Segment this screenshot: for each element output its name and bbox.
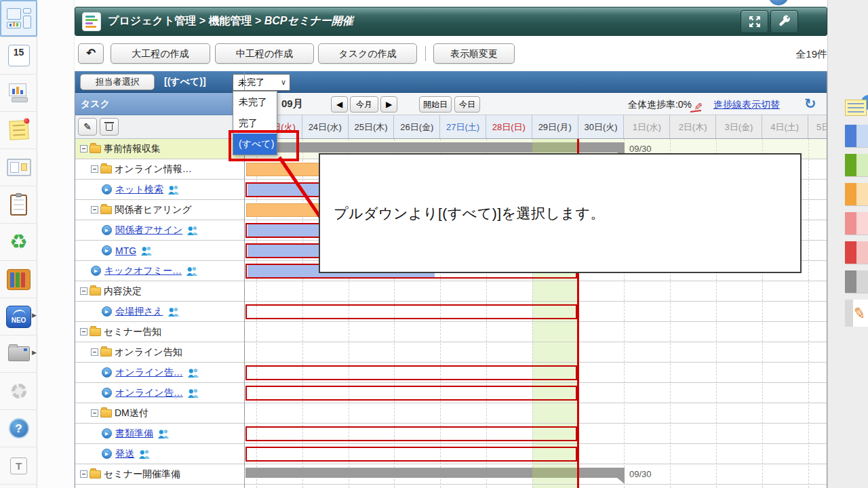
task-row-group: 内容決定 bbox=[75, 281, 244, 302]
task-play-icon[interactable]: ▶ bbox=[102, 388, 112, 398]
status-filter-select[interactable]: 未完了 ∨ bbox=[233, 74, 290, 91]
sidebar-item-memo[interactable] bbox=[0, 112, 37, 149]
gantt-row bbox=[245, 383, 827, 403]
chevron-down-icon: ∨ bbox=[281, 75, 286, 90]
collapse-toggle-icon[interactable] bbox=[91, 348, 98, 356]
gantt-row bbox=[245, 342, 827, 363]
task-row-task: ▶発送 bbox=[75, 444, 244, 464]
dropdown-option[interactable]: 未完了 bbox=[233, 92, 277, 113]
this-month-button[interactable]: 今月 bbox=[350, 96, 378, 113]
task-link[interactable]: オンライン告… bbox=[115, 367, 183, 379]
sidebar-item-calendar[interactable]: 15 bbox=[0, 37, 37, 75]
collapse-toggle-icon[interactable] bbox=[91, 206, 98, 214]
task-link[interactable]: 書類準備 bbox=[115, 428, 153, 440]
legend-chip-green[interactable] bbox=[845, 154, 868, 176]
date-cell: 5日(日) bbox=[808, 115, 827, 139]
select-assignee-button[interactable]: 担当者選択 bbox=[80, 74, 155, 90]
legend-pencil-item[interactable]: ✎ bbox=[845, 300, 868, 327]
task-play-icon[interactable]: ▶ bbox=[91, 266, 101, 276]
sidebar-item-bulletin-board[interactable] bbox=[0, 149, 37, 186]
group-label: 事前情報収集 bbox=[104, 143, 161, 155]
assignees-icon bbox=[140, 246, 153, 256]
fullscreen-button[interactable] bbox=[741, 10, 768, 33]
sidebar-item-workflow[interactable]: ♻ bbox=[0, 224, 37, 261]
assignees-icon bbox=[157, 429, 170, 439]
create-mid-process-button[interactable]: 中工程の作成 bbox=[215, 43, 314, 64]
total-count-label: 全19件 bbox=[760, 48, 827, 61]
expand-icon bbox=[748, 15, 762, 28]
progress-line-box bbox=[245, 386, 577, 401]
task-link[interactable]: オンライン告… bbox=[115, 387, 183, 399]
collapse-toggle-icon[interactable] bbox=[80, 145, 87, 152]
help-icon: ? bbox=[9, 418, 29, 439]
legend-chip-blue[interactable] bbox=[845, 125, 868, 147]
delete-trash-button[interactable] bbox=[100, 118, 119, 136]
task-link[interactable]: 発送 bbox=[115, 448, 134, 460]
task-play-icon[interactable]: ▶ bbox=[102, 184, 112, 195]
presentation-icon bbox=[7, 83, 31, 102]
create-major-process-button[interactable]: 大工程の作成 bbox=[111, 43, 210, 64]
collapse-toggle-icon[interactable] bbox=[91, 409, 98, 417]
sidebar-item-presentation[interactable] bbox=[0, 75, 37, 112]
task-play-icon[interactable]: ▶ bbox=[102, 306, 112, 317]
assignees-icon bbox=[138, 449, 151, 459]
clipboard-icon bbox=[10, 195, 27, 216]
progress-line-box bbox=[245, 426, 577, 441]
sidebar-item-settings[interactable] bbox=[0, 373, 37, 410]
progress-line-toggle-link[interactable]: 進捗線表示切替 bbox=[713, 99, 780, 111]
gantt-app-icon bbox=[82, 12, 101, 31]
sidebar-item-clipboard[interactable] bbox=[0, 186, 37, 224]
sidebar-item-neo[interactable]: NEO▶ bbox=[0, 298, 37, 336]
sidebar-item-portal[interactable] bbox=[0, 0, 37, 37]
task-link[interactable]: キックオフミー… bbox=[104, 265, 182, 277]
collapse-toggle-icon[interactable] bbox=[91, 165, 98, 173]
sidebar-item-cabinet[interactable] bbox=[0, 261, 37, 298]
task-play-icon[interactable]: ▶ bbox=[102, 367, 112, 378]
legend-chip-gray[interactable] bbox=[845, 270, 868, 293]
folder-icon bbox=[8, 346, 30, 361]
task-play-icon[interactable]: ▶ bbox=[102, 225, 112, 235]
edit-pencil-button[interactable]: ✎ bbox=[78, 118, 97, 136]
group-label: オンライン告知 bbox=[115, 346, 182, 359]
gantt-row bbox=[245, 322, 827, 342]
back-button[interactable]: ↶ bbox=[78, 43, 104, 64]
gantt-row: 09/30 bbox=[245, 464, 827, 485]
start-date-button[interactable]: 開始日 bbox=[419, 96, 452, 113]
legend-chip-orange[interactable] bbox=[845, 183, 868, 205]
today-button[interactable]: 今日 bbox=[454, 96, 480, 113]
task-link[interactable]: ネット検索 bbox=[115, 184, 163, 196]
task-link[interactable]: 関係者アサイン bbox=[115, 224, 182, 237]
task-play-icon[interactable]: ▶ bbox=[102, 428, 112, 439]
assignees-icon bbox=[186, 266, 199, 276]
summary-bar-today-section bbox=[532, 142, 578, 152]
task-row-group: オンライン告知 bbox=[75, 342, 244, 363]
gantt-row bbox=[245, 363, 827, 383]
change-display-order-button[interactable]: 表示順変更 bbox=[433, 43, 515, 64]
task-tools-strip: ✎ bbox=[75, 115, 244, 139]
settings-wrench-button[interactable] bbox=[770, 10, 798, 33]
project-title: BCPセミナー開催 bbox=[264, 15, 353, 26]
collapse-toggle-icon[interactable] bbox=[80, 328, 87, 336]
task-column-header: タスク bbox=[75, 93, 244, 115]
group-label: セミナー開催準備 bbox=[104, 468, 180, 481]
task-play-icon[interactable]: ▶ bbox=[102, 449, 112, 459]
task-link[interactable]: MTG bbox=[115, 245, 136, 256]
folder-icon bbox=[90, 287, 101, 296]
legend-chip-red[interactable] bbox=[845, 241, 868, 264]
sidebar-item-folder[interactable]: ▶ bbox=[0, 336, 37, 373]
app-window: 15♻NEO▶▶?T プロジェクト管理 > 機能管理 > BCPセミナー開催 bbox=[0, 0, 868, 488]
legend-chip-pink[interactable] bbox=[845, 212, 868, 235]
task-link[interactable]: 会場押さえ bbox=[115, 306, 163, 318]
next-month-button[interactable]: ▶ bbox=[380, 96, 397, 113]
chip-dark-segment bbox=[845, 125, 856, 147]
task-play-icon[interactable]: ▶ bbox=[102, 245, 112, 256]
summary-bar-gray[interactable] bbox=[245, 468, 625, 485]
text-tool-icon: T bbox=[10, 458, 27, 474]
sidebar-item-help[interactable]: ? bbox=[0, 410, 37, 447]
collapse-toggle-icon[interactable] bbox=[80, 287, 87, 295]
create-task-button[interactable]: タスクの作成 bbox=[318, 43, 417, 64]
collapse-toggle-icon[interactable] bbox=[80, 470, 87, 478]
sidebar-item-text-tool[interactable]: T bbox=[0, 447, 37, 485]
refresh-icon[interactable]: ↻ bbox=[804, 96, 816, 112]
prev-month-button[interactable]: ◀ bbox=[331, 96, 348, 113]
